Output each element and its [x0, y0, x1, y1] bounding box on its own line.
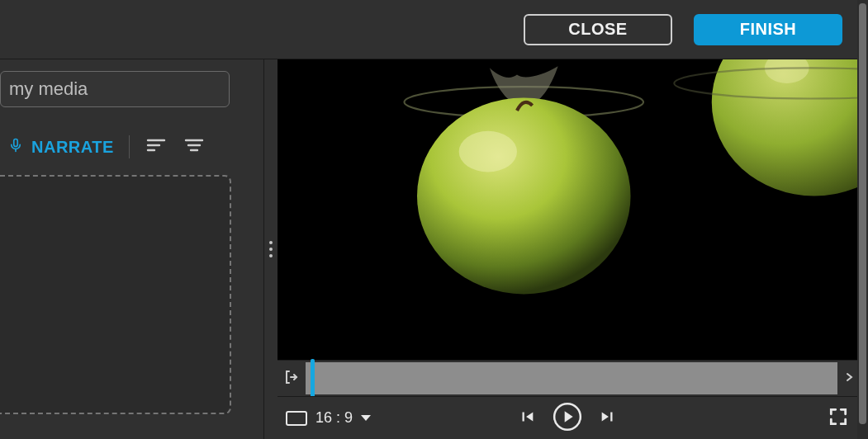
playhead[interactable]	[311, 359, 315, 398]
skip-forward-button[interactable]	[599, 408, 617, 429]
svg-rect-0	[14, 139, 18, 146]
play-circle-icon	[551, 400, 584, 437]
media-panel: NARRATE	[0, 59, 264, 439]
media-toolbar: NARRATE	[0, 130, 263, 163]
video-canvas[interactable]	[277, 59, 857, 360]
timeline-out-marker	[842, 361, 857, 396]
bracket-out-icon	[845, 369, 855, 389]
video-frame-illustration	[277, 59, 857, 360]
narrate-label: NARRATE	[31, 138, 114, 157]
sort-lines-left-icon	[146, 137, 166, 157]
timeline-in-button[interactable]	[277, 361, 306, 396]
sort-asc-button[interactable]	[145, 135, 168, 158]
toolbar-divider	[129, 135, 130, 158]
media-dropzone[interactable]	[0, 175, 231, 414]
sort-desc-button[interactable]	[183, 135, 206, 158]
fullscreen-button[interactable]	[828, 406, 849, 431]
fullscreen-icon	[828, 406, 849, 431]
chevron-down-icon	[361, 415, 371, 421]
preview-panel: 16 : 9	[277, 59, 857, 439]
close-button[interactable]: CLOSE	[524, 14, 672, 45]
timeline-strip	[277, 360, 857, 396]
narrate-button[interactable]: NARRATE	[8, 136, 114, 158]
skip-back-button[interactable]	[518, 408, 536, 429]
aspect-ratio-selector[interactable]: 16 : 9	[286, 409, 371, 427]
vertical-scrollbar[interactable]	[857, 0, 868, 439]
player-controls: 16 : 9	[277, 396, 857, 439]
panel-splitter[interactable]	[264, 59, 277, 439]
playback-controls	[518, 400, 617, 437]
aspect-ratio-label: 16 : 9	[315, 409, 353, 427]
play-button[interactable]	[551, 400, 584, 437]
sort-lines-center-icon	[184, 137, 204, 157]
top-bar: CLOSE FINISH	[0, 0, 857, 59]
finish-button[interactable]: FINISH	[694, 14, 842, 45]
microphone-icon	[8, 136, 23, 158]
skip-previous-icon	[518, 408, 536, 429]
svg-point-10	[417, 98, 631, 295]
scrollbar-thumb[interactable]	[859, 3, 866, 424]
search-input[interactable]	[0, 71, 230, 107]
timeline-track[interactable]	[306, 362, 837, 394]
svg-point-11	[459, 131, 517, 172]
bracket-in-icon	[284, 369, 299, 389]
drag-handle-icon	[269, 241, 273, 257]
skip-next-icon	[599, 408, 617, 429]
aspect-rect-icon	[286, 411, 307, 426]
